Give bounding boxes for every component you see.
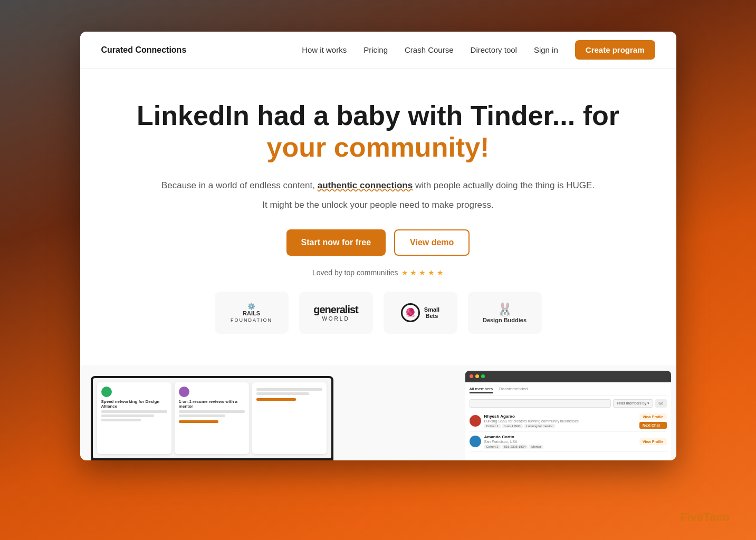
footer-brand: FiveTaco [680, 510, 730, 524]
mock-search-input[interactable] [470, 399, 611, 408]
mock-card-1: Speed networking for Design Alliance [97, 382, 171, 454]
mock-user-name-2: Amanda Cortin [484, 435, 636, 439]
nav-link-how-it-works[interactable]: How it works [302, 45, 347, 54]
mock-filter[interactable]: Filter members by ▾ [613, 399, 653, 408]
browser-dot-yellow [475, 374, 479, 378]
mock-tag-2-3: Mentor [529, 445, 543, 449]
view-profile-btn-1[interactable]: View Profile [639, 413, 667, 420]
mock-user-info-2: Amanda Cortin San Francisco, USA Cohort … [484, 435, 636, 449]
search-row: Filter members by ▾ Go [470, 399, 667, 408]
mock-user-name-1: Nhyesh Agarao [484, 414, 636, 419]
screenshots-section: Speed networking for Design Alliance 1-o… [80, 365, 676, 460]
logo-design-buddies: 🐰 Design Buddies [468, 292, 542, 334]
mock-user-row-1: Nhyesh Agarao Building SaaS for creators… [470, 411, 667, 432]
mock-go-button[interactable]: Go [655, 399, 666, 408]
logo-rails: ⚙️ RAILS FOUNDATION [215, 292, 289, 334]
design-buddies-icon: 🐰 [497, 302, 513, 317]
hero-subtitle: Because in a world of endless content, a… [101, 178, 655, 192]
mock-browser: All members Recommended Filter members b… [465, 371, 671, 460]
mock-user-loc-2: San Francisco, USA [484, 440, 636, 443]
tab-recommended[interactable]: Recommended [499, 387, 528, 393]
rails-icon: ⚙️ [247, 303, 255, 310]
mock-user-desc-1: Building SaaS for creators running commu… [484, 419, 636, 423]
mock-tag-2-2: 516-2336-1834 [502, 445, 528, 449]
hero-buttons: Start now for free View demo [101, 229, 655, 256]
view-profile-btn-2[interactable]: View Profile [639, 438, 667, 445]
mock-tag-1-3: Looking for mentor [524, 424, 555, 428]
nav-link-directory-tool[interactable]: Directory tool [471, 45, 517, 54]
mock-tag-1-2: 1-on-1 With [502, 424, 523, 428]
mock-tag-2-1: Cohort 2 [484, 445, 501, 449]
mock-user-avatar-1 [470, 415, 481, 427]
next-chat-btn-1[interactable]: Next Chat [639, 422, 667, 429]
create-program-button[interactable]: Create program [575, 40, 655, 60]
mock-user-tags-1: Cohort 1 1-on-1 With Looking for mentor [484, 424, 636, 428]
screenshot-right: All members Recommended Filter members b… [381, 371, 676, 460]
hero-section: LinkedIn had a baby with Tinder... for y… [80, 69, 676, 365]
browser-bar [465, 371, 671, 382]
mock-tag-1-1: Cohort 1 [484, 424, 501, 428]
view-demo-button[interactable]: View demo [394, 229, 470, 256]
mock-card-3 [252, 382, 327, 454]
mock-avatar-1 [101, 387, 112, 397]
star-rating: ★ ★ ★ ★ ★ [401, 268, 444, 277]
smallbets-icon: 🧶 [401, 303, 420, 322]
nav-link-crash-course[interactable]: Crash Course [405, 45, 454, 54]
mock-avatar-2 [179, 387, 189, 397]
logo-generalist: generalist WORLD [299, 292, 373, 334]
nav-link-sign-in[interactable]: Sign in [534, 45, 558, 54]
hero-sub2: It might be the unlock your people need … [101, 200, 655, 210]
hero-title: LinkedIn had a baby with Tinder... for y… [101, 100, 655, 163]
mock-card-1-title: Speed networking for Design Alliance [101, 399, 167, 409]
nav-logo: Curated Connections [101, 45, 187, 55]
nav-links: How it works Pricing Crash Course Direct… [302, 40, 655, 60]
start-now-button[interactable]: Start now for free [286, 229, 386, 256]
mock-tabs: All members Recommended [470, 387, 667, 396]
navbar: Curated Connections How it works Pricing… [80, 32, 676, 69]
mock-tablet-inner: Speed networking for Design Alliance 1-o… [93, 378, 331, 458]
mock-tablet: Speed networking for Design Alliance 1-o… [91, 376, 333, 460]
screenshot-left: Speed networking for Design Alliance 1-o… [80, 376, 381, 460]
community-logos: ⚙️ RAILS FOUNDATION generalist WORLD 🧶 S… [101, 292, 655, 344]
hero-title-highlight: your community! [101, 132, 655, 163]
mock-card-2-title: 1-on-1 resume reviews with a mentor [179, 399, 245, 409]
mock-user-avatar-2 [470, 436, 481, 447]
browser-dot-red [470, 374, 473, 378]
browser-dot-green [481, 374, 485, 378]
mock-user-info-1: Nhyesh Agarao Building SaaS for creators… [484, 414, 636, 428]
browser-window: Curated Connections How it works Pricing… [80, 32, 676, 460]
browser-content: All members Recommended Filter members b… [465, 382, 671, 460]
mock-card-2: 1-on-1 resume reviews with a mentor [175, 382, 249, 454]
nav-link-pricing[interactable]: Pricing [363, 45, 388, 54]
logo-small-bets: 🧶 Small Bets [384, 292, 457, 334]
footer-brand-accent: Five [680, 510, 703, 524]
loved-text: Loved by top communities [312, 268, 398, 277]
mock-user-row-2: Amanda Cortin San Francisco, USA Cohort … [470, 432, 667, 452]
mock-user-tags-2: Cohort 2 516-2336-1834 Mentor [484, 445, 636, 449]
loved-section: Loved by top communities ★ ★ ★ ★ ★ [101, 268, 655, 277]
tab-all-members[interactable]: All members [470, 387, 493, 393]
